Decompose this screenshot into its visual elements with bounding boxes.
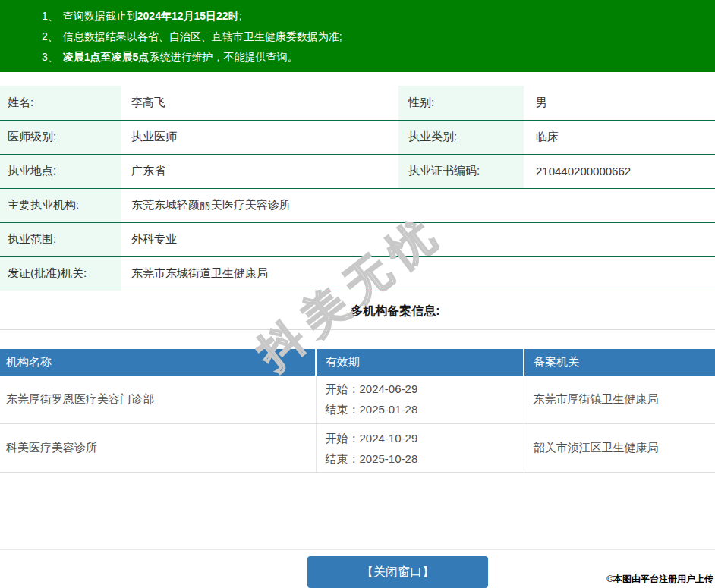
- field-value-practice-place: 广东省: [121, 154, 398, 188]
- validity-end: 结束：2025-10-28: [326, 448, 524, 469]
- notice-number: 3、: [42, 51, 58, 63]
- table-row: 发证(批准)机关: 东莞市东城街道卫生健康局: [0, 256, 715, 291]
- notice-banner: 1、查询数据截止到2024年12月15日22时; 2、信息数据结果以各省、自治区…: [0, 0, 715, 72]
- notice-number: 1、: [42, 10, 58, 22]
- end-date: 2025-10-28: [360, 452, 418, 465]
- table-row: 执业范围: 外科专业: [0, 222, 715, 256]
- upload-note: ©本图由平台注册用户上传: [606, 573, 713, 586]
- table-row: 东莞厚街罗恩医疗美容门诊部 开始：2024-06-29 结束：2025-01-2…: [0, 376, 715, 424]
- filing-authority: 东莞市厚街镇卫生健康局: [524, 376, 715, 424]
- field-value-issuing-authority: 东莞市东城街道卫生健康局: [121, 256, 715, 291]
- start-date: 2024-10-29: [360, 432, 418, 445]
- field-label-cert-number: 执业证书编码:: [398, 154, 524, 188]
- field-label-gender: 性别:: [398, 86, 524, 120]
- field-label-practice-type: 执业类别:: [398, 120, 524, 154]
- table-row: 医师级别: 执业医师 执业类别: 临床: [0, 120, 715, 154]
- notice-number: 2、: [42, 30, 58, 42]
- end-label: 结束：: [326, 403, 360, 416]
- field-label-main-institution: 主要执业机构:: [0, 188, 121, 222]
- notice-text-bold: 凌晨1点至凌晨5点: [63, 51, 150, 63]
- end-label: 结束：: [326, 452, 360, 465]
- field-label-practice-place: 执业地点:: [0, 154, 121, 188]
- notice-line-2: 2、信息数据结果以各省、自治区、直辖市卫生健康委数据为准;: [42, 27, 715, 47]
- field-label-practice-scope: 执业范围:: [0, 222, 121, 256]
- filing-table: 机构名称 有效期 备案机关 东莞厚街罗恩医疗美容门诊部 开始：2024-06-2…: [0, 349, 715, 473]
- table-row: 姓名: 李高飞 性别: 男: [0, 86, 715, 120]
- practitioner-info-table: 姓名: 李高飞 性别: 男 医师级别: 执业医师 执业类别: 临床 执业地点: …: [0, 86, 715, 291]
- column-header-authority: 备案机关: [524, 349, 715, 376]
- filing-header-row: 机构名称 有效期 备案机关: [0, 349, 715, 376]
- validity-start: 开始：2024-10-29: [326, 428, 524, 448]
- validity-end: 结束：2025-01-28: [326, 399, 524, 420]
- filing-org-name: 东莞厚街罗恩医疗美容门诊部: [0, 376, 316, 424]
- filing-authority: 韶关市浈江区卫生健康局: [524, 424, 715, 473]
- notice-line-1: 1、查询数据截止到2024年12月15日22时;: [42, 6, 715, 27]
- start-label: 开始：: [326, 432, 360, 445]
- field-label-name: 姓名:: [0, 86, 121, 120]
- column-header-org: 机构名称: [0, 349, 316, 376]
- table-row: 执业地点: 广东省 执业证书编码: 210440200000662: [0, 154, 715, 188]
- filing-validity: 开始：2024-10-29 结束：2025-10-28: [316, 424, 524, 473]
- field-value-gender: 男: [524, 86, 715, 120]
- notice-text: 系统进行维护，不能提供查询。: [149, 51, 298, 63]
- field-label-doctor-level: 医师级别:: [0, 120, 121, 154]
- validity-start: 开始：2024-06-29: [326, 379, 524, 399]
- table-row: 主要执业机构: 东莞东城轻颜丽美医疗美容诊所: [0, 188, 715, 222]
- notice-text: 信息数据结果以各省、自治区、直辖市卫生健康委数据为准;: [63, 30, 342, 42]
- table-row: 科美医疗美容诊所 开始：2024-10-29 结束：2025-10-28 韶关市…: [0, 424, 715, 473]
- close-window-button[interactable]: 【关闭窗口】: [307, 556, 488, 588]
- start-date: 2024-06-29: [360, 382, 418, 395]
- footer-divider: [0, 549, 715, 550]
- field-label-issuing-authority: 发证(批准)机关:: [0, 256, 121, 291]
- multi-institution-heading: 多机构备案信息:: [0, 291, 715, 330]
- field-value-doctor-level: 执业医师: [121, 120, 398, 154]
- field-value-practice-type: 临床: [524, 120, 715, 154]
- end-date: 2025-01-28: [360, 403, 418, 416]
- field-value-cert-number: 210440200000662: [524, 154, 715, 188]
- filing-org-name: 科美医疗美容诊所: [0, 424, 316, 473]
- start-label: 开始：: [326, 382, 360, 395]
- field-value-practice-scope: 外科专业: [121, 222, 715, 256]
- notice-text: ;: [239, 10, 242, 22]
- filing-validity: 开始：2024-06-29 结束：2025-01-28: [316, 376, 524, 424]
- column-header-validity: 有效期: [316, 349, 524, 376]
- notice-line-3: 3、凌晨1点至凌晨5点系统进行维护，不能提供查询。: [42, 47, 715, 68]
- field-value-main-institution: 东莞东城轻颜丽美医疗美容诊所: [121, 188, 715, 222]
- notice-text-bold: 2024年12月15日22时: [137, 10, 239, 22]
- notice-text: 查询数据截止到: [63, 10, 137, 22]
- field-value-name: 李高飞: [121, 86, 398, 120]
